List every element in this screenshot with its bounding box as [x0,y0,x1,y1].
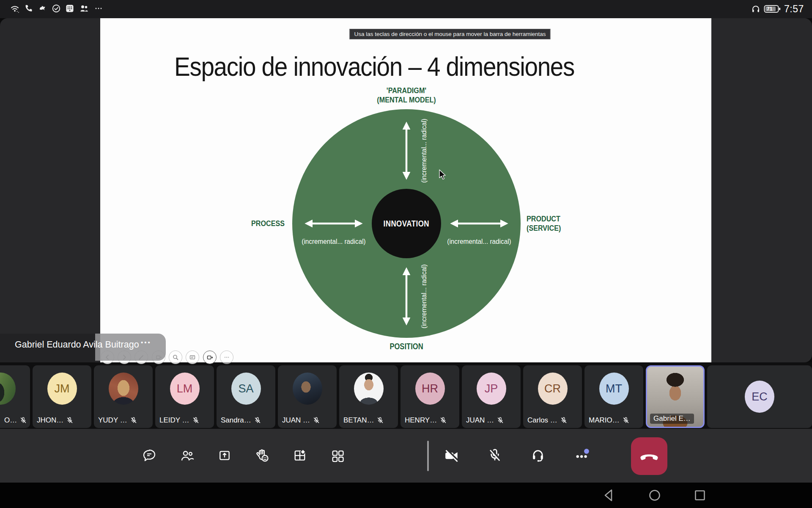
mic-muted-icon [66,417,74,424]
range-label-paradigm: (incremental... radical) [420,119,428,182]
raise-hand-button[interactable] [249,442,276,469]
participant-tile-outdoor[interactable]: O… [0,365,30,428]
phone-icon [25,4,34,13]
range-label-product: (incremental... radical) [447,237,511,246]
process-label: PROCESS [251,219,285,228]
mic-muted-icon [313,417,320,424]
participant-tile-mt[interactable]: MT MARIO… [584,365,643,428]
participant-label-row: Gabriel E… [650,414,694,424]
participant-tile-jm[interactable]: JM JHON… [33,365,91,428]
participant-label-row: MARIO… [589,416,642,425]
avatar [293,373,322,405]
participant-name-label: YUDY … [98,416,127,425]
mouse-cursor [439,169,449,181]
audio-device-button[interactable] [524,442,551,469]
battery-percent: 71 [767,6,772,12]
avatar [0,373,16,405]
range-label-position: (incremental... radical) [420,264,428,328]
mic-muted-icon [560,417,568,424]
status-bar: 71 7:57 [0,0,812,18]
participant-name-label: O… [4,416,17,425]
participant-tile-hr[interactable]: HR HENRY… [401,365,459,428]
gallery-view-button[interactable] [324,442,351,469]
mic-off-button[interactable] [481,442,508,469]
people-button[interactable] [173,442,200,469]
more-options-icon [573,447,590,464]
participant-name-label: Sandra… [221,416,251,425]
people-icon [179,448,195,463]
whiteboard-button[interactable] [186,351,199,364]
clock: 7:57 [784,3,804,15]
participant-tile-active-speaker[interactable]: Gabriel E… [646,365,705,428]
notification-icon [38,4,48,13]
presenter-name: Gabriel Eduardo Avila Buitrago [15,340,139,350]
participant-tile-ec[interactable]: EC [707,365,812,428]
gallery-icon [330,448,345,463]
more-options-button[interactable] [568,442,595,469]
participant-name-label: HENRY… [405,416,437,425]
slide-title: Espacio de innovación – 4 dimensiones [174,51,574,82]
toolbar-hint-tooltip: Usa las teclas de dirección o el mouse p… [349,29,550,39]
nav-recents-button[interactable] [692,488,708,503]
mic-muted-icon [439,417,447,424]
hang-up-icon [639,452,659,461]
toolbar-more-button[interactable] [220,351,233,364]
breakout-rooms-button[interactable] [286,442,313,469]
participant-label-row: JHON… [37,416,90,425]
notification-badge [584,449,589,454]
participant-name-label: JHON… [37,416,63,425]
participant-label-row: BETAN… [343,416,396,425]
mic-muted-icon [622,417,630,424]
participant-tile-yudy[interactable]: YUDY … [94,365,153,428]
participant-tile-sa[interactable]: SA Sandra… [217,365,275,428]
participant-tile-lm[interactable]: LM LEIDY … [155,365,214,428]
mic-muted-icon [19,417,27,424]
avatar [109,373,138,405]
dialer-icon [65,4,74,13]
shared-screen-stage: Usa las teclas de dirección o el mouse p… [0,18,812,362]
position-label: POSITION [390,342,423,351]
chat-button[interactable] [136,442,163,469]
meeting-control-bar [0,429,812,483]
share-screen-button[interactable] [211,442,238,469]
magnifier-button[interactable] [169,351,182,364]
battery-indicator: 71 [764,4,782,14]
android-nav-bar [0,483,812,508]
mic-off-icon [487,447,503,464]
participant-name-label: LEIDY … [159,416,189,425]
hang-up-button[interactable] [631,437,667,475]
nav-back-button[interactable] [601,488,617,503]
avatar: JP [477,373,506,405]
presentation-slide: Usa las teclas de dirección o el mouse p… [100,18,711,362]
participant-label-row: JUAN … [282,416,335,425]
mic-muted-icon [130,417,137,424]
participant-tile-jp[interactable]: JP JUAN … [462,365,521,428]
participant-label-row: HENRY… [405,416,458,425]
avatar: CR [538,373,568,405]
participant-name-label: JUAN … [282,416,310,425]
avatar: JM [47,373,77,405]
participant-strip[interactable]: O… JM JHON… [0,362,812,429]
participant-tile-juan[interactable]: JUAN … [278,365,337,428]
headphones-icon [751,4,760,13]
avatar: SA [231,373,261,405]
camera-toggle-button[interactable] [203,351,217,364]
participant-label-row: Sandra… [221,416,274,425]
participant-tile-betan[interactable]: BETAN… [339,365,398,428]
participant-name-label: Gabriel E… [653,414,691,423]
participant-name-label: BETAN… [343,416,374,425]
avatar: LM [170,373,200,405]
participant-label-row: Carlos … [527,416,580,425]
participant-label-row: O… [4,416,28,425]
nav-home-button[interactable] [647,488,662,503]
headset-icon [530,447,546,464]
avatar: EC [745,381,774,413]
presenter-more-icon[interactable]: ••• [141,339,151,346]
paradigm-label: 'PARADIGM' (MENTAL MODEL) [377,86,436,105]
camera-off-button[interactable] [438,442,465,469]
participant-tile-cr[interactable]: CR Carlos … [523,365,582,428]
participant-name-label: Carlos … [527,416,557,425]
mic-muted-icon [497,417,504,424]
avatar: HR [415,373,445,405]
participant-label-row: LEIDY … [159,416,212,425]
